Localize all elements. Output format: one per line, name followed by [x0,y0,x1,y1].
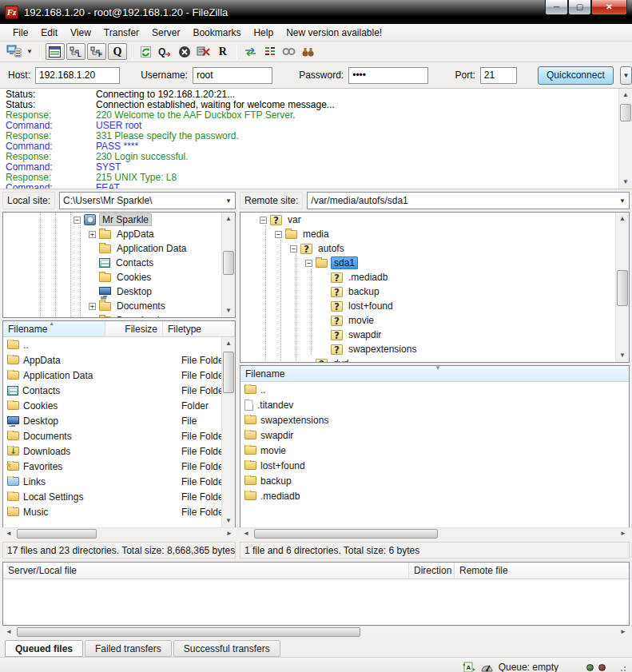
file-row[interactable]: .. [240,382,629,397]
toggle-queue-view-button[interactable]: Q [108,43,127,60]
file-row[interactable]: AppDataFile Folder [3,352,235,368]
column-header-filename[interactable]: ▲Filename [3,321,105,336]
expand-expander-icon[interactable]: + [89,317,96,319]
column-header-remote-file[interactable]: Remote file [455,563,629,579]
refresh-button[interactable] [137,44,155,60]
scroll-right-arrow[interactable]: ► [617,626,630,638]
chevron-down-icon[interactable]: ▼ [222,197,232,205]
tree-item-movie[interactable]: movie [240,313,629,328]
tree-item-swapextensions[interactable]: swapextensions [240,342,629,356]
column-header-filetype[interactable]: Filetype [163,321,235,336]
scroll-right-arrow[interactable]: ► [617,528,630,539]
tree-item-appdata[interactable]: + AppData [3,227,235,241]
menu-bookmarks[interactable]: Bookmarks [186,26,247,40]
file-row[interactable]: LinksFile Folder [3,474,235,489]
remote-list-hscrollbar[interactable]: ◄ ► [240,527,630,539]
menu-server[interactable]: Server [145,26,186,40]
file-row[interactable]: .titandev [240,397,629,412]
file-row[interactable]: MusicFile Folder [3,504,235,519]
queue-hscrollbar[interactable]: ◄ ► [2,626,630,638]
toggle-local-tree-button[interactable]: L [66,43,85,60]
scroll-thumb[interactable] [620,104,631,121]
scroll-left-arrow[interactable]: ◄ [240,528,252,539]
file-row[interactable]: backup [240,473,629,488]
scroll-down-arrow[interactable]: ▼ [222,515,235,527]
tab-successful-transfers[interactable]: Successful transfers [173,640,280,657]
disconnect-button[interactable] [195,44,213,60]
resize-grip[interactable] [618,663,626,671]
host-input[interactable] [35,67,120,84]
column-header-filesize[interactable]: Filesize [105,321,163,336]
toggle-remote-tree-button[interactable]: F [87,43,106,60]
toggle-log-view-button[interactable] [46,43,65,60]
scroll-down-arrow[interactable]: ▼ [619,176,632,189]
scroll-thumb[interactable] [223,352,234,393]
speed-limit-icon[interactable] [481,662,493,672]
username-input[interactable] [193,67,272,84]
file-row[interactable]: Local SettingsFile Folder [3,489,235,504]
scroll-up-arrow[interactable]: ▲ [222,337,235,350]
file-row[interactable]: swapdir [240,427,629,443]
file-row[interactable]: DocumentsFile Folder [3,428,235,443]
tab-queued-files[interactable]: Queued files [5,640,83,657]
collapse-expander-icon[interactable]: − [290,245,297,252]
quickconnect-button[interactable]: Quickconnect [538,66,614,85]
close-button[interactable]: ✕ [591,0,627,15]
column-header-filename[interactable]: ▼Filename [240,366,629,381]
tree-item-application-data[interactable]: Application Data [3,241,235,256]
file-row[interactable]: movie [240,443,629,458]
file-row[interactable]: CookiesFolder [3,398,235,413]
tree-item-var[interactable]: − var [240,213,629,227]
column-header-direction[interactable]: Direction [409,563,455,579]
port-input[interactable] [480,67,517,84]
menu-edit[interactable]: Edit [34,26,64,40]
scroll-left-arrow[interactable]: ◄ [2,626,15,638]
menu-new-version[interactable]: New version available! [280,26,388,40]
tree-item-documents[interactable]: + Documents [3,299,235,313]
file-row[interactable]: FavoritesFile Folder [3,459,235,474]
scroll-up-arrow[interactable]: ▲ [619,89,632,101]
site-manager-dropdown[interactable]: ▼ [24,48,35,55]
file-row[interactable]: swapextensions [240,412,629,427]
menu-view[interactable]: View [64,26,97,40]
local-site-combo[interactable]: C:\Users\Mr Sparkle\ ▼ [59,192,236,209]
tree-item-mediadb[interactable]: .mediadb [240,270,629,284]
log-scrollbar[interactable]: ▲ ▼ [618,89,632,189]
collapse-expander-icon[interactable]: − [275,231,282,238]
scroll-right-arrow[interactable]: ► [223,528,236,539]
scroll-thumb[interactable] [17,529,97,539]
collapse-expander-icon[interactable]: − [74,217,81,224]
sync-browsing-button[interactable] [280,44,298,60]
column-header-server-local-file[interactable]: Server/Local file [3,563,409,579]
collapse-expander-icon[interactable]: − [260,217,267,224]
file-row[interactable]: DesktopFile [3,413,235,428]
tree-item-contacts[interactable]: Contacts [3,256,235,270]
file-row[interactable]: .mediadb [240,488,629,503]
cancel-button[interactable] [176,44,193,60]
tree-item-downloads[interactable]: + Downloads [3,313,235,318]
tree-item-dvd[interactable]: dvd [240,356,629,363]
process-queue-button[interactable]: Q [157,44,174,60]
scroll-thumb[interactable] [254,529,438,539]
tree-item-sda1[interactable]: − sda1 [240,256,629,270]
local-tree-scrollbar[interactable]: ▲ ▼ [221,213,235,317]
splitter-collapse-icon[interactable]: ▼ [435,364,441,372]
compare-directories-button[interactable] [242,44,260,60]
scroll-left-arrow[interactable]: ◄ [2,528,15,539]
filelist-filters-button[interactable] [261,44,279,60]
tree-item-cookies[interactable]: Cookies [3,270,235,284]
tree-item-lost-found[interactable]: lost+found [240,299,629,313]
file-row[interactable]: ContactsFile Folder [3,383,235,398]
tab-failed-transfers[interactable]: Failed transfers [85,640,172,657]
scroll-down-arrow[interactable]: ▼ [616,349,629,362]
file-row[interactable]: .. [3,337,235,352]
chevron-down-icon[interactable]: ▼ [616,197,626,205]
file-row[interactable]: lost+found [240,458,629,473]
transfer-type-icon[interactable]: A [463,662,475,672]
menu-file[interactable]: File [6,26,34,40]
file-row[interactable]: DownloadsFile Folder [3,443,235,459]
maximize-button[interactable]: ▢ [568,0,591,15]
scroll-up-arrow[interactable]: ▲ [222,213,235,225]
expand-expander-icon[interactable]: + [89,303,96,310]
menu-transfer[interactable]: Transfer [97,26,145,40]
